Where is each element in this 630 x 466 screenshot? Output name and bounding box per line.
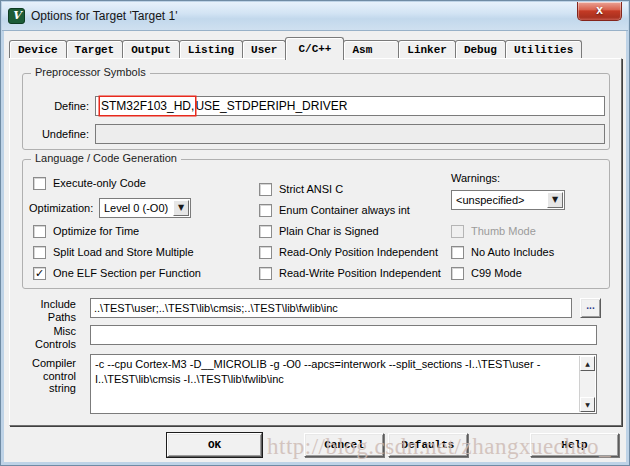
cancel-button[interactable]: Cancel	[304, 433, 384, 457]
warnings-dropdown[interactable]: <unspecified> ▼	[451, 190, 565, 210]
scroll-up-icon[interactable]: ▲	[580, 356, 595, 371]
checkbox-box	[259, 225, 272, 238]
misc-controls-input[interactable]	[90, 325, 597, 345]
optimization-dropdown[interactable]: Level 0 (-O0) ▼	[99, 198, 191, 218]
tab-device[interactable]: Device	[9, 40, 67, 59]
checkbox-label: Split Load and Store Multiple	[53, 246, 194, 258]
undefine-label: Undefine:	[27, 128, 89, 141]
red-annotation-box: STM32F103_HD,	[100, 97, 195, 115]
checkbox-label: Enum Container always int	[279, 204, 410, 216]
checkbox-label: Execute-only Code	[53, 177, 146, 189]
define-label: Define:	[27, 100, 89, 113]
checkbox-box	[33, 177, 46, 190]
include-paths-label: Include Paths	[24, 298, 76, 323]
group-preprocessor-label: Preprocessor Symbols	[31, 66, 150, 78]
checkbox-box	[451, 225, 464, 238]
tab-output[interactable]: Output	[122, 40, 180, 59]
tab-listing[interactable]: Listing	[179, 40, 243, 59]
vertical-scrollbar[interactable]: ▲ ▼	[579, 356, 595, 412]
warnings-label: Warnings:	[451, 172, 531, 185]
define-input[interactable]: STM32F103_HD,USE_STDPERIPH_DRIVER	[95, 96, 605, 116]
checkbox-box	[451, 246, 464, 259]
checkbox-box	[259, 267, 272, 280]
checkbox-box	[451, 267, 464, 280]
checkbox-box	[33, 225, 46, 238]
checkbox-strict-ansi-c[interactable]: Strict ANSI C	[259, 182, 343, 196]
titlebar[interactable]: V Options for Target 'Target 1' x	[2, 2, 628, 31]
undefine-input[interactable]	[95, 124, 605, 144]
checkbox-label: No Auto Includes	[471, 246, 554, 258]
chevron-down-icon[interactable]: ▼	[173, 200, 189, 216]
tab-user[interactable]: User	[242, 40, 286, 59]
checkbox-label: Plain Char is Signed	[279, 225, 379, 237]
tab-c-cpp[interactable]: C/C++	[285, 37, 344, 60]
group-preprocessor-symbols: Preprocessor Symbols Define: STM32F103_H…	[22, 73, 610, 150]
checkbox-plain-char-signed[interactable]: Plain Char is Signed	[259, 224, 379, 238]
checkbox-read-write-pi[interactable]: Read-Write Position Independent	[259, 266, 441, 280]
tab-strip: Device Target Output Listing User C/C++ …	[9, 36, 617, 59]
checkbox-split-load-store[interactable]: Split Load and Store Multiple	[33, 245, 194, 259]
checkbox-enum-container-int[interactable]: Enum Container always int	[259, 203, 410, 217]
misc-controls-label: Misc Controls	[24, 325, 76, 350]
compiler-control-string-label: Compiler control string	[24, 357, 76, 395]
checkbox-c99-mode[interactable]: C99 Mode	[451, 266, 522, 280]
group-language-codegen: Language / Code Generation Execute-only …	[22, 159, 610, 289]
checkbox-box	[259, 183, 272, 196]
checkbox-label: Thumb Mode	[471, 225, 536, 237]
include-paths-input[interactable]: ..\TEST\user;..\TEST\lib\cmsis;..\TEST\l…	[90, 298, 572, 318]
checkbox-label: Optimize for Time	[53, 225, 139, 237]
define-value-rest: USE_STDPERIPH_DRIVER	[195, 99, 347, 113]
group-language-label: Language / Code Generation	[31, 152, 181, 164]
checkbox-box-checked: ✓	[33, 267, 46, 280]
warnings-value: <unspecified>	[456, 194, 525, 206]
checkbox-read-only-pi[interactable]: Read-Only Position Independent	[259, 245, 438, 259]
tab-target[interactable]: Target	[66, 40, 124, 59]
checkbox-thumb-mode: Thumb Mode	[451, 224, 536, 238]
tab-page-c-cpp: Preprocessor Symbols Define: STM32F103_H…	[9, 58, 622, 426]
checkbox-box	[259, 246, 272, 259]
checkbox-box	[259, 204, 272, 217]
scroll-down-icon[interactable]: ▼	[580, 397, 595, 412]
checkbox-label: Strict ANSI C	[279, 183, 343, 195]
compiler-control-string-box[interactable]: -c --cpu Cortex-M3 -D__MICROLIB -g -O0 -…	[90, 354, 597, 414]
checkbox-box	[33, 246, 46, 259]
chevron-down-icon[interactable]: ▼	[547, 192, 563, 208]
tab-debug[interactable]: Debug	[455, 40, 506, 59]
close-button[interactable]: x	[577, 2, 622, 21]
checkbox-execute-only-code[interactable]: Execute-only Code	[33, 176, 146, 190]
optimization-value: Level 0 (-O0)	[104, 202, 168, 214]
tab-asm[interactable]: Asm	[343, 40, 399, 59]
compiler-control-string-text: -c --cpu Cortex-M3 -D__MICROLIB -g -O0 -…	[95, 357, 576, 411]
checkbox-optimize-for-time[interactable]: Optimize for Time	[33, 224, 139, 238]
tab-utilities[interactable]: Utilities	[505, 40, 582, 59]
checkbox-label: C99 Mode	[471, 267, 522, 279]
keil-uvision-icon: V	[8, 8, 25, 24]
ok-button[interactable]: OK	[167, 433, 262, 457]
tab-linker[interactable]: Linker	[398, 40, 456, 59]
help-button[interactable]: Help	[530, 433, 619, 457]
checkbox-label: Read-Write Position Independent	[279, 267, 441, 279]
window-title: Options for Target 'Target 1'	[31, 9, 177, 23]
optimization-label: Optimization:	[29, 202, 95, 215]
options-dialog: V Options for Target 'Target 1' x Device…	[0, 0, 630, 466]
checkbox-one-elf-section[interactable]: ✓ One ELF Section per Function	[33, 266, 201, 280]
defaults-button[interactable]: Defaults	[388, 433, 468, 457]
checkbox-label: One ELF Section per Function	[53, 267, 201, 279]
checkbox-label: Read-Only Position Independent	[279, 246, 438, 258]
checkbox-no-auto-includes[interactable]: No Auto Includes	[451, 245, 554, 259]
include-paths-browse-button[interactable]: ...	[580, 298, 601, 318]
